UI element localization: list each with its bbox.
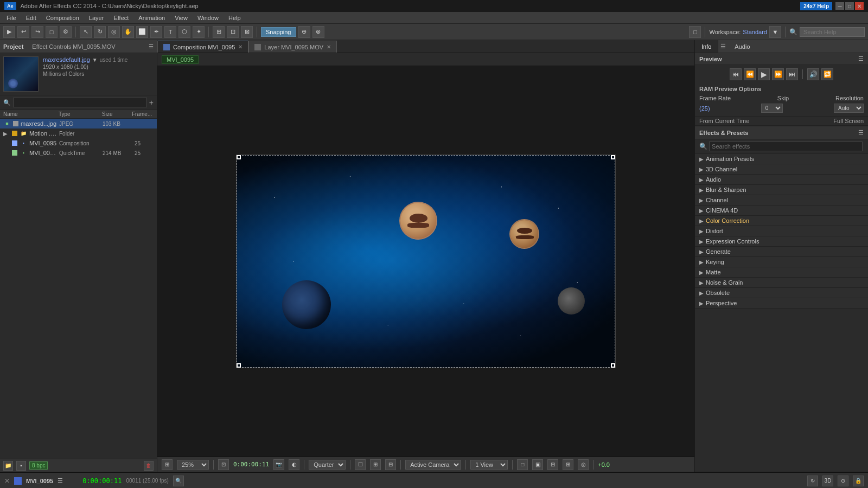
snap-icon[interactable]: ⊕: [298, 26, 310, 38]
project-item-motion[interactable]: ▶ 📁 Motion ....aep Folder: [0, 129, 157, 138]
loop-btn[interactable]: 🔁: [821, 68, 833, 80]
zoom-select[interactable]: 25%50%100%: [177, 460, 209, 470]
toggle-grid-btn[interactable]: ⊞: [370, 459, 381, 470]
lock-btn[interactable]: 🔒: [853, 476, 864, 486]
camera-tool[interactable]: ◎: [108, 26, 120, 38]
view-btn-4[interactable]: ⊞: [563, 459, 573, 470]
layer-tab-close[interactable]: ✕: [327, 44, 331, 50]
show-channel-btn[interactable]: ◐: [289, 459, 299, 470]
tool-btn-5[interactable]: ⚙: [60, 26, 72, 38]
search-input[interactable]: [800, 27, 865, 37]
menu-file[interactable]: File: [2, 14, 21, 22]
toggle-guides-btn[interactable]: ⊟: [385, 459, 396, 470]
menu-help[interactable]: Help: [224, 14, 245, 22]
text-tool[interactable]: T: [164, 26, 176, 38]
category-matte-header[interactable]: ▶ Matte: [695, 267, 868, 277]
preview-menu-btn[interactable]: ☰: [858, 55, 864, 62]
composition-viewer[interactable]: [157, 66, 694, 457]
skip-to-start-btn[interactable]: ⏮: [730, 68, 742, 80]
comp-settings-btn[interactable]: □: [689, 26, 701, 38]
audio-toggle-btn[interactable]: 🔊: [807, 68, 819, 80]
category-perspective-header[interactable]: ▶ Perspective: [695, 298, 868, 308]
view-btn-3[interactable]: ⊟: [547, 459, 558, 470]
new-comp-btn[interactable]: ▪: [16, 461, 26, 471]
category-color-correction-header[interactable]: ▶ Color Correction: [695, 216, 868, 226]
effects-search-input[interactable]: [709, 142, 863, 151]
menu-effect[interactable]: Effect: [109, 14, 133, 22]
project-add-button[interactable]: +: [149, 98, 154, 107]
live-update-btn[interactable]: ↻: [807, 476, 818, 486]
category-3d-channel-header[interactable]: ▶ 3D Channel: [695, 164, 868, 174]
category-audio-header[interactable]: ▶ Audio: [695, 175, 868, 184]
menu-view[interactable]: View: [170, 14, 192, 22]
effects-presets-menu-btn[interactable]: ☰: [858, 129, 864, 136]
tool-btn-2[interactable]: ↩: [17, 26, 29, 38]
grid-btn[interactable]: ⊞: [162, 459, 173, 470]
snapshot-btn[interactable]: 📷: [273, 459, 284, 470]
menu-edit[interactable]: Edit: [22, 14, 41, 22]
selection-tool[interactable]: ↖: [80, 26, 92, 38]
workspace-value[interactable]: Standard: [743, 29, 767, 35]
rotation-tool[interactable]: ↻: [94, 26, 106, 38]
category-expression-controls-header[interactable]: ▶ Expression Controls: [695, 236, 868, 246]
menu-animation[interactable]: Animation: [134, 14, 169, 22]
brush-tool[interactable]: ⬡: [178, 26, 190, 38]
frame-rate-value[interactable]: (25): [699, 105, 710, 112]
new-comp-tool[interactable]: ▶: [3, 26, 15, 38]
quality-select[interactable]: QuarterHalfFull: [309, 460, 346, 470]
category-keying-header[interactable]: ▶ Keying: [695, 257, 868, 267]
category-generate-header[interactable]: ▶ Generate: [695, 247, 868, 256]
prev-frame-btn[interactable]: ⏪: [744, 68, 756, 80]
expand-arrow[interactable]: ▶: [3, 131, 10, 137]
timeline-close-btn[interactable]: ✕: [4, 477, 10, 485]
effect-controls-tab[interactable]: Effect Controls MVI_0095.MOV: [32, 43, 115, 50]
category-cinema4d-header[interactable]: ▶ CINEMA 4D: [695, 206, 868, 215]
tool-btn-b[interactable]: ⊠: [241, 26, 253, 38]
solo-btn[interactable]: ⊙: [838, 476, 848, 486]
workspace-dropdown[interactable]: ▼: [769, 26, 781, 38]
category-obsolete-header[interactable]: ▶ Obsolete: [695, 288, 868, 298]
category-animation-presets-header[interactable]: ▶ Animation Presets: [695, 154, 868, 164]
reset-view-btn[interactable]: ⊡: [218, 459, 229, 470]
camera-select[interactable]: Active Camera: [405, 460, 461, 470]
close-button[interactable]: ✕: [855, 2, 864, 10]
audio-tab[interactable]: Audio: [728, 40, 756, 53]
category-noise-grain-header[interactable]: ▶ Noise & Grain: [695, 278, 868, 287]
info-menu-btn[interactable]: ☰: [718, 43, 728, 50]
timeline-menu-btn[interactable]: ☰: [58, 477, 63, 484]
skip-select[interactable]: 012: [761, 104, 783, 113]
view-layout-select[interactable]: 1 View2 Views4 Views: [470, 460, 508, 470]
project-item-mvi0095[interactable]: ▪ MVI_0095 Composition 25: [0, 138, 157, 148]
3d-renderer-btn[interactable]: ◎: [578, 459, 589, 470]
comp-tab-close[interactable]: ✕: [238, 44, 242, 50]
full-screen-button[interactable]: Full Screen: [833, 118, 864, 124]
composition-tab[interactable]: Composition MVI_0095 ✕: [157, 41, 248, 53]
project-search-input[interactable]: [13, 98, 147, 107]
menu-window[interactable]: Window: [193, 14, 223, 22]
project-item-maxres[interactable]: ■ maxresd...jpg JPEG 103 KB: [0, 119, 157, 129]
new-folder-btn[interactable]: 📁: [3, 461, 13, 471]
pan-tool[interactable]: ✋: [122, 26, 134, 38]
snap-icon-2[interactable]: ⊗: [312, 26, 324, 38]
category-distort-header[interactable]: ▶ Distort: [695, 226, 868, 236]
timeline-timecode[interactable]: 0:00:00:11: [82, 477, 122, 485]
align-tool[interactable]: ⊞: [213, 26, 225, 38]
bpc-badge[interactable]: 8 bpc: [29, 461, 48, 470]
resolution-select[interactable]: AutoFullHalfQuarter: [834, 104, 864, 113]
menu-layer[interactable]: Layer: [85, 14, 108, 22]
category-channel-header[interactable]: ▶ Channel: [695, 195, 868, 205]
view-btn-1[interactable]: □: [517, 459, 528, 470]
clone-tool[interactable]: ✦: [193, 26, 205, 38]
snapping-toggle[interactable]: Snapping: [261, 27, 296, 37]
play-btn[interactable]: ▶: [758, 68, 770, 80]
tool-btn-3[interactable]: ↪: [31, 26, 43, 38]
toggle-transparency-btn[interactable]: ☐: [355, 459, 366, 470]
view-btn-2[interactable]: ▣: [532, 459, 543, 470]
maximize-button[interactable]: □: [845, 2, 854, 10]
tool-btn-a[interactable]: ⊡: [227, 26, 239, 38]
project-item-mvi0095-mov[interactable]: ▪ MVI_0095.MOV QuickTime 214 MB 25: [0, 148, 157, 158]
project-panel-menu[interactable]: ☰: [149, 43, 154, 49]
help-badge[interactable]: 24x7 Help: [800, 2, 832, 10]
pen-tool[interactable]: ✒: [150, 26, 162, 38]
mask-tool[interactable]: ⬜: [136, 26, 148, 38]
